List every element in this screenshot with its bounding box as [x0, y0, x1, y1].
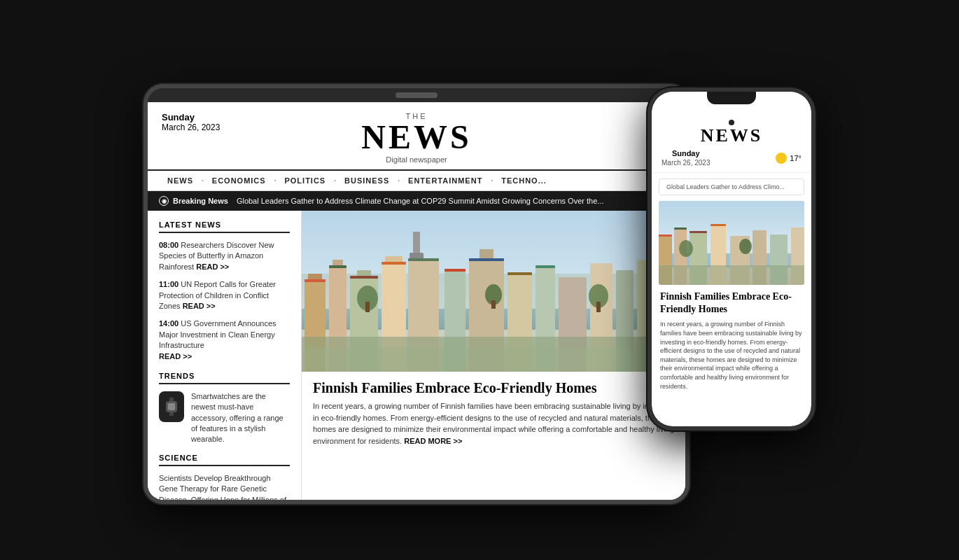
sun-icon — [776, 153, 787, 164]
phone-day-label: Sunday — [662, 149, 710, 158]
phone-notch — [707, 92, 756, 104]
city-illustration — [302, 211, 685, 372]
svg-rect-20 — [479, 249, 493, 260]
svg-rect-50 — [674, 227, 687, 230]
nav-item-technology[interactable]: TECHNO... — [496, 175, 552, 186]
svg-rect-40 — [491, 300, 496, 309]
phone-screen: NEWS Sunday March 26, 2023 17° Global Le… — [652, 92, 811, 426]
news-item-2: 11:00 UN Report Calls for Greater Protec… — [159, 279, 290, 312]
phone-camera-dot — [729, 120, 734, 125]
phone-story-title: Finnish Families Embrace Eco-Friendly Ho… — [660, 290, 803, 316]
svg-rect-42 — [596, 302, 601, 312]
nav-item-politics[interactable]: POLITICS — [279, 175, 331, 186]
newspaper-body: LATEST NEWS 08:00 Researchers Discover N… — [148, 211, 685, 504]
read-link-1[interactable]: READ >> — [196, 262, 229, 271]
main-content: Finnish Families Embrace Eco-Friendly Ho… — [302, 211, 685, 504]
read-more-link[interactable]: READ MORE >> — [404, 437, 462, 445]
nav-dot-1: • — [202, 178, 204, 184]
svg-rect-35 — [507, 272, 532, 275]
svg-rect-61 — [659, 265, 804, 285]
svg-rect-36 — [536, 265, 555, 268]
read-link-2[interactable]: READ >> — [183, 302, 216, 310]
phone-day: Sunday March 26, 2023 — [662, 149, 710, 167]
news-item-1: 08:00 Researchers Discover New Species o… — [159, 240, 290, 272]
svg-rect-1 — [168, 403, 175, 410]
trend-text: Smartwatches are the newest must-have ac… — [191, 391, 290, 445]
main-story-title: Finnish Families Embrace Eco-Friendly Ho… — [313, 380, 674, 396]
breaking-bar: ◉ Breaking News Global Leaders Gather to… — [148, 191, 685, 211]
science-text: Scientists Develop Breakthrough Gene The… — [159, 473, 290, 504]
main-story-text: In recent years, a growing number of Fin… — [313, 400, 674, 447]
phone-temp: 17° — [790, 154, 802, 162]
trends-title: Trends — [159, 372, 290, 384]
nav-dot-3: • — [334, 178, 336, 184]
svg-rect-34 — [469, 258, 504, 261]
svg-rect-2 — [169, 398, 174, 401]
trend-item: Smartwatches are the newest must-have ac… — [159, 391, 290, 445]
phone-news-title: NEWS — [662, 127, 802, 145]
svg-rect-44 — [302, 347, 685, 372]
svg-rect-16 — [413, 232, 420, 253]
newspaper: Sunday March 26, 2023 THE NEWS Digital n… — [148, 102, 685, 504]
svg-rect-52 — [690, 231, 707, 233]
phone-date-line: March 26, 2023 — [662, 159, 710, 167]
svg-point-59 — [679, 240, 693, 257]
trends-section: Trends Smartwatches are the newes — [159, 372, 290, 445]
news-time-2: 11:00 — [159, 280, 178, 288]
news-time-3: 14:00 — [159, 319, 178, 328]
breaking-news-text: Global Leaders Gather to Address Climate… — [237, 197, 604, 205]
svg-rect-54 — [710, 224, 726, 226]
newspaper-day: Sunday — [162, 112, 220, 122]
svg-rect-30 — [350, 276, 378, 279]
svg-rect-38 — [365, 302, 370, 312]
svg-rect-31 — [382, 262, 406, 265]
sidebar: LATEST NEWS 08:00 Researchers Discover N… — [148, 211, 302, 504]
phone-date-row: Sunday March 26, 2023 17° — [662, 149, 802, 167]
news-item-3: 14:00 US Government Announces Major Inve… — [159, 318, 290, 362]
nav-item-news[interactable]: NEWS — [162, 175, 199, 186]
svg-point-60 — [739, 239, 752, 254]
newspaper-subtitle: Digital newspaper — [162, 155, 671, 164]
latest-news-title: LATEST NEWS — [159, 220, 290, 233]
svg-rect-33 — [444, 269, 465, 272]
phone-device: NEWS Sunday March 26, 2023 17° Global Le… — [648, 88, 816, 430]
phone-story: Finnish Families Embrace Eco-Friendly Ho… — [652, 285, 811, 426]
nav-bar: NEWS • ECONOMICS • POLITICS • BUSINESS •… — [148, 171, 685, 191]
nav-dot-5: • — [491, 178, 493, 184]
news-time-1: 08:00 — [159, 241, 178, 249]
science-title: Science — [159, 454, 290, 466]
tablet-camera — [396, 92, 438, 98]
newspaper-title: NEWS — [162, 120, 671, 154]
breaking-text-label: Breaking News — [173, 197, 228, 205]
watch-icon — [159, 391, 184, 422]
newspaper-day-info: Sunday March 26, 2023 — [162, 112, 220, 132]
tablet-top-bar — [148, 88, 685, 102]
svg-rect-3 — [169, 412, 174, 416]
nav-dot-4: • — [398, 178, 400, 184]
nav-item-entertainment[interactable]: ENTERTAINMENT — [402, 175, 488, 186]
main-story: Finnish Families Embrace Eco-Friendly Ho… — [302, 372, 685, 455]
breaking-label: ◉ Breaking News — [159, 196, 228, 206]
phone-story-text: In recent years, a growing number of Fin… — [660, 320, 803, 391]
newspaper-date: March 26, 2023 — [162, 122, 220, 132]
svg-rect-32 — [408, 258, 439, 261]
svg-rect-29 — [329, 265, 346, 268]
nav-item-economics[interactable]: ECONOMICS — [206, 175, 272, 186]
svg-rect-28 — [304, 279, 326, 282]
tablet-device: Sunday March 26, 2023 THE NEWS Digital n… — [144, 84, 690, 504]
read-link-3[interactable]: READ >> — [159, 352, 192, 360]
science-section: Science Scientists Develop Breakthrough … — [159, 454, 290, 504]
svg-rect-48 — [659, 234, 672, 237]
nav-dot-2: • — [274, 178, 276, 184]
phone-ticker[interactable]: Global Leaders Gather to Address Climo..… — [659, 178, 804, 195]
phone-weather: 17° — [776, 153, 802, 164]
nav-item-business[interactable]: BUSINESS — [339, 175, 395, 186]
phone-main-image — [659, 201, 804, 285]
tablet-screen: Sunday March 26, 2023 THE NEWS Digital n… — [148, 102, 685, 504]
radio-icon: ◉ — [159, 196, 169, 206]
newspaper-header: Sunday March 26, 2023 THE NEWS Digital n… — [148, 102, 685, 171]
main-image — [302, 211, 685, 372]
